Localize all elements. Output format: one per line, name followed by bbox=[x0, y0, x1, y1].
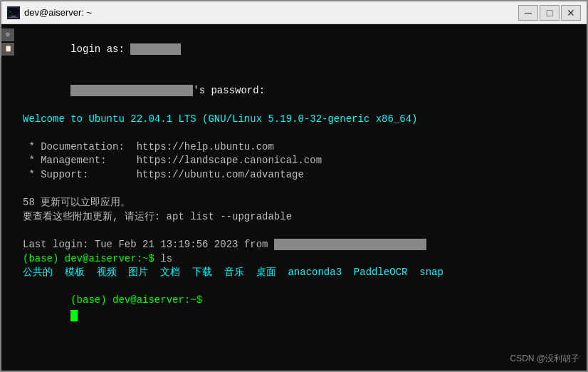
blank-line-2 bbox=[23, 182, 581, 197]
titlebar: >_ dev@aiserver: ~ ─ □ ✕ bbox=[1, 1, 587, 24]
updates-line: 58 更新可以立即应用。 bbox=[23, 196, 581, 210]
ip-highlight bbox=[274, 239, 426, 250]
minimize-button[interactable]: ─ bbox=[518, 5, 538, 21]
prompt-user-2: (base) dev@aiserver:~$ bbox=[70, 294, 202, 306]
maximize-button[interactable]: □ bbox=[540, 5, 560, 21]
window-title: dev@aiserver: ~ bbox=[24, 7, 518, 18]
app-icon: >_ bbox=[7, 6, 20, 19]
welcome-line: Welcome to Ubuntu 22.04.1 LTS (GNU/Linux… bbox=[23, 113, 581, 127]
svg-rect-5 bbox=[9, 17, 19, 18]
login-text: login as: bbox=[70, 43, 130, 55]
mgmt-line: * Management: https://landscape.canonica… bbox=[23, 154, 581, 168]
terminal-body[interactable]: ⚙ 📋 login as: 's password: Welcome to Ub… bbox=[1, 24, 587, 371]
password-line: 's password: bbox=[23, 71, 581, 113]
side-icon-container: ⚙ 📋 bbox=[1, 29, 14, 56]
terminal-window: >_ dev@aiserver: ~ ─ □ ✕ ⚙ 📋 login as: bbox=[0, 0, 588, 372]
side-icon-1: ⚙ bbox=[1, 29, 14, 41]
blank-line-3 bbox=[23, 224, 581, 238]
svg-rect-4 bbox=[11, 16, 16, 17]
watermark: CSDN @没利胡子 bbox=[510, 353, 579, 365]
ls-output-line: 公共的 模板 视频 图片 文档 下载 音乐 桌面 anaconda3 Paddl… bbox=[23, 266, 581, 280]
apt-line: 要查看这些附加更新, 请运行: apt list --upgradable bbox=[23, 210, 581, 224]
password-user-highlight bbox=[70, 85, 193, 96]
close-button[interactable]: ✕ bbox=[561, 5, 581, 21]
current-prompt-line: (base) dev@aiserver:~$ bbox=[23, 280, 581, 336]
blank-line-1 bbox=[23, 126, 581, 140]
ls-cmd-line: (base) dev@aiserver:~$ ls bbox=[23, 252, 581, 267]
username-highlight bbox=[130, 43, 181, 55]
password-text: 's password: bbox=[193, 85, 265, 96]
svg-text:>_: >_ bbox=[9, 9, 14, 14]
cursor bbox=[70, 310, 78, 321]
login-line: login as: bbox=[23, 29, 581, 71]
lastlogin-line: Last login: Tue Feb 21 13:19:56 2023 fro… bbox=[23, 238, 581, 252]
window-controls: ─ □ ✕ bbox=[518, 5, 581, 21]
terminal-content: login as: 's password: Welcome to Ubuntu… bbox=[23, 29, 581, 336]
prompt-user: (base) dev@aiserver:~$ bbox=[23, 253, 154, 264]
doc-line: * Documentation: https://help.ubuntu.com bbox=[23, 140, 581, 155]
support-line: * Support: https://ubuntu.com/advantage bbox=[23, 168, 581, 182]
side-icon-2: 📋 bbox=[1, 43, 14, 56]
